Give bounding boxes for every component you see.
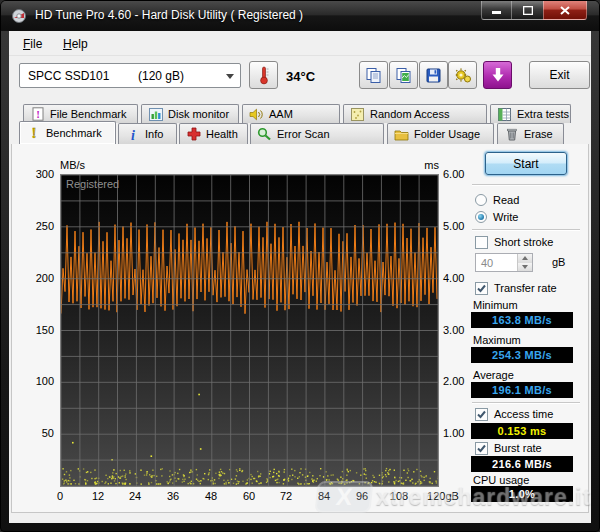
temperature-value: 34°C	[286, 69, 315, 84]
exit-label: Exit	[549, 68, 569, 82]
y-left-unit: MB/s	[60, 159, 85, 171]
x-tick-label: 60	[231, 490, 267, 502]
spinner-buttons[interactable]	[517, 254, 532, 271]
read-label: Read	[493, 194, 519, 206]
divider	[472, 184, 580, 186]
info-icon: i	[125, 127, 140, 141]
copy-text-button[interactable]	[359, 61, 388, 89]
cpu-usage-label: CPU usage	[473, 474, 583, 486]
copy-image-button[interactable]	[389, 61, 418, 89]
maximize-icon	[523, 6, 533, 15]
benchmark-panel: MB/s ms Registered 300250200150100506.00…	[11, 144, 589, 513]
tab-health[interactable]: Health	[179, 123, 248, 144]
exit-button[interactable]: Exit	[529, 61, 590, 89]
x-tick-label: 12	[80, 490, 116, 502]
tab-label: Folder Usage	[414, 128, 480, 140]
maximum-value: 254.3 MB/s	[471, 347, 573, 363]
tab-aam[interactable]: AAM	[242, 104, 340, 123]
divider	[472, 402, 580, 404]
tab-label: Random Access	[370, 108, 449, 120]
options-gears-icon	[454, 67, 472, 84]
minimum-value: 163.8 MB/s	[471, 312, 573, 328]
x-tick-label: 120gB	[419, 490, 467, 502]
tab-label: File Benchmark	[50, 108, 126, 120]
average-value: 196.1 MB/s	[471, 382, 573, 398]
x-tick-label: 96	[344, 490, 380, 502]
svg-text:!: !	[36, 108, 40, 120]
y-right-tick-label: 6.00	[443, 168, 483, 180]
tab-benchmark[interactable]: ! Benchmark	[19, 121, 116, 144]
app-logo-icon	[11, 8, 27, 24]
window-title: HD Tune Pro 4.60 - Hard Disk Utility ( R…	[35, 8, 303, 22]
x-tick-label: 48	[193, 490, 229, 502]
random-access-icon	[350, 107, 365, 121]
svg-text:i: i	[131, 127, 135, 142]
save-button[interactable]	[419, 61, 448, 89]
checkbox-checked-icon	[475, 408, 488, 421]
disk-monitor-icon	[148, 107, 163, 121]
gb-unit-label: gB	[552, 256, 565, 268]
start-label: Start	[513, 157, 538, 171]
tab-label: Benchmark	[46, 127, 102, 139]
maximum-label: Maximum	[473, 334, 583, 346]
tab-error-scan[interactable]: Error Scan	[250, 123, 384, 144]
benchmark-chart: MB/s ms Registered 300250200150100506.00…	[12, 144, 468, 513]
save-icon	[425, 67, 442, 84]
registered-watermark: Registered	[66, 178, 119, 190]
maximize-button[interactable]	[512, 1, 543, 20]
write-radio[interactable]: Write	[475, 210, 585, 224]
tab-erase[interactable]: Erase	[497, 123, 564, 144]
app-window: HD Tune Pro 4.60 - Hard Disk Utility ( R…	[0, 0, 600, 532]
extra-tests-icon	[497, 107, 512, 121]
transfer-rate-label: Transfer rate	[494, 282, 557, 294]
title-bar[interactable]: HD Tune Pro 4.60 - Hard Disk Utility ( R…	[1, 1, 599, 31]
tab-info[interactable]: i Info	[118, 123, 177, 144]
start-button[interactable]: Start	[485, 152, 567, 175]
short-stroke-size-input[interactable]: 40	[475, 253, 533, 272]
short-stroke-checkbox[interactable]: Short stroke	[475, 235, 585, 249]
y-left-tick-label: 50	[12, 427, 54, 439]
checkbox-checked-icon	[475, 442, 488, 455]
write-label: Write	[493, 211, 518, 223]
y-left-tick-label: 150	[12, 324, 54, 336]
access-time-label: Access time	[494, 408, 553, 420]
tab-folder-usage[interactable]: Folder Usage	[387, 123, 494, 144]
y-right-unit: ms	[409, 159, 439, 171]
x-tick-label: 24	[117, 490, 153, 502]
options-button[interactable]	[448, 61, 477, 89]
menu-file[interactable]: File	[19, 36, 46, 52]
tab-label: Disk monitor	[168, 108, 229, 120]
tab-strip: ! File Benchmark Disk monitor AAM	[9, 97, 591, 144]
divider	[472, 229, 580, 231]
read-radio[interactable]: Read	[475, 193, 585, 207]
access-time-value: 0.153 ms	[471, 423, 573, 439]
svg-text:!: !	[31, 125, 36, 141]
tab-random-access[interactable]: Random Access	[343, 104, 487, 123]
close-button[interactable]	[543, 1, 587, 20]
spin-up-icon[interactable]	[518, 254, 532, 263]
x-tick-label: 84	[306, 490, 342, 502]
tab-label: Info	[145, 128, 163, 140]
temperature-button[interactable]	[249, 61, 278, 89]
chart-canvas	[61, 175, 438, 486]
erase-icon	[504, 127, 519, 141]
tab-extra-tests[interactable]: Extra tests	[490, 104, 571, 123]
tab-disk-monitor[interactable]: Disk monitor	[141, 104, 239, 123]
tab-label: Erase	[524, 128, 553, 140]
chevron-down-icon	[226, 74, 234, 79]
download-button[interactable]	[483, 61, 512, 89]
spin-down-icon[interactable]	[518, 263, 532, 272]
access-time-checkbox[interactable]: Access time	[475, 407, 585, 421]
y-left-tick-label: 250	[12, 220, 54, 232]
menu-help[interactable]: Help	[59, 36, 92, 52]
drive-name: SPCC SSD101	[28, 69, 109, 83]
copy-icon	[365, 67, 382, 84]
benchmark-icon: !	[26, 126, 41, 140]
drive-selector[interactable]: SPCC SSD101 (120 gB)	[19, 63, 241, 88]
burst-rate-checkbox[interactable]: Burst rate	[475, 441, 585, 455]
minimize-button[interactable]	[481, 1, 512, 20]
transfer-rate-checkbox[interactable]: Transfer rate	[475, 281, 585, 295]
radio-selected-icon	[475, 211, 487, 223]
thermometer-icon	[258, 65, 270, 85]
copy-image-icon	[395, 67, 412, 84]
